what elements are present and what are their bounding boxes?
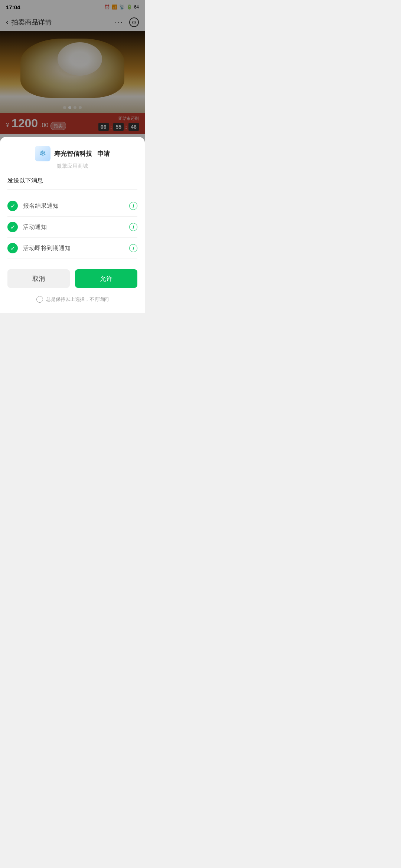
keep-choice-label: 总是保持以上选择，不再询问 bbox=[46, 296, 109, 303]
app-icon-row: ❄ 寿光智信科技 申请 bbox=[35, 146, 110, 161]
check-icon-3[interactable]: ✓ bbox=[7, 243, 18, 253]
action-buttons: 取消 允许 bbox=[7, 269, 137, 288]
permission-label-3: 活动即将到期通知 bbox=[23, 244, 129, 252]
section-label: 发送以下消息 bbox=[7, 177, 137, 190]
app-name: 寿光智信科技 申请 bbox=[54, 149, 110, 158]
info-icon-3[interactable]: i bbox=[129, 244, 137, 252]
cancel-button[interactable]: 取消 bbox=[7, 269, 70, 288]
permission-list: ✓ 报名结果通知 i ✓ 活动通知 i ✓ 活动即将到期通知 i bbox=[7, 195, 137, 259]
app-subtitle: 微擎应用商城 bbox=[57, 163, 88, 170]
keep-choice-row[interactable]: 总是保持以上选择，不再询问 bbox=[7, 293, 137, 306]
permission-label-1: 报名结果通知 bbox=[23, 202, 129, 210]
permission-label-2: 活动通知 bbox=[23, 223, 129, 231]
app-name-text: 寿光智信科技 bbox=[54, 150, 92, 157]
permission-item-2: ✓ 活动通知 i bbox=[7, 217, 137, 238]
info-icon-2[interactable]: i bbox=[129, 223, 137, 231]
request-word: 申请 bbox=[97, 150, 110, 157]
allow-button[interactable]: 允许 bbox=[75, 269, 137, 288]
info-icon-1[interactable]: i bbox=[129, 202, 137, 210]
permission-item-3: ✓ 活动即将到期通知 i bbox=[7, 238, 137, 259]
permission-item-1: ✓ 报名结果通知 i bbox=[7, 195, 137, 217]
app-icon: ❄ bbox=[35, 146, 50, 161]
app-icon-symbol: ❄ bbox=[39, 149, 46, 158]
check-icon-1[interactable]: ✓ bbox=[7, 201, 18, 211]
permission-modal: ❄ 寿光智信科技 申请 微擎应用商城 发送以下消息 ✓ 报名结果通知 i ✓ 活… bbox=[0, 137, 145, 313]
app-header: ❄ 寿光智信科技 申请 微擎应用商城 bbox=[7, 146, 137, 170]
keep-choice-radio[interactable] bbox=[36, 296, 43, 303]
check-icon-2[interactable]: ✓ bbox=[7, 222, 18, 232]
